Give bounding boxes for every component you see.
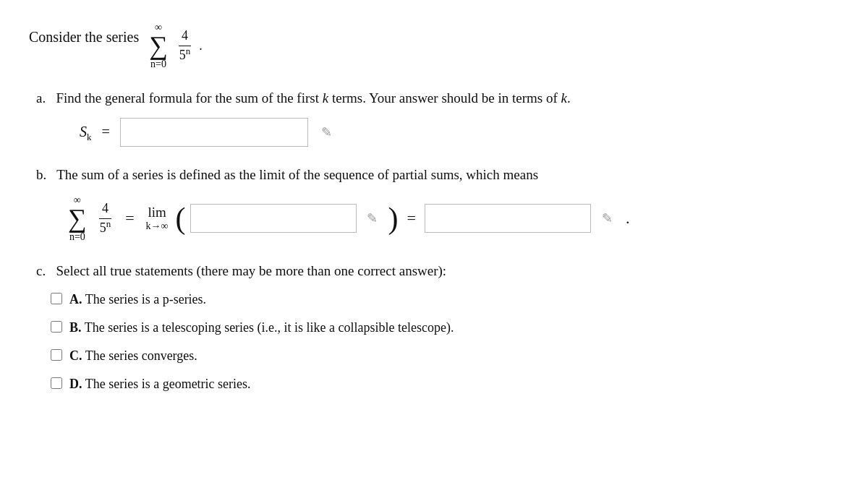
intro-text: Consider the series xyxy=(29,22,139,46)
option-a-row: A. The series is a p-series. xyxy=(51,291,839,309)
option-a-checkbox[interactable] xyxy=(51,293,62,304)
option-b-label: B. The series is a telescoping series (i… xyxy=(69,319,454,337)
part-b-input1[interactable] xyxy=(190,204,357,233)
pencil-icon-b2: ✎ xyxy=(602,210,613,226)
header-fraction: 4 5n xyxy=(176,28,194,63)
limit-equation: ∞ ∑ n=0 4 5n = lim k→∞ ( ✎ ) = ✎ . xyxy=(65,194,839,243)
equals-a: = xyxy=(102,124,110,140)
period-b: . xyxy=(626,209,630,228)
lim-text: lim xyxy=(148,205,166,220)
part-a-label: a. Find the general formula for the sum … xyxy=(36,90,839,106)
sigma-bottom-header: n=0 xyxy=(150,59,166,69)
header-denominator: 5n xyxy=(176,46,194,64)
equals-b2: = xyxy=(407,209,416,228)
part-c-section: c. Select all true statements (there may… xyxy=(29,263,839,394)
option-d-row: D. The series is a geometric series. xyxy=(51,375,839,393)
equals-b1: = xyxy=(125,209,134,228)
option-d-checkbox[interactable] xyxy=(51,377,62,389)
sigma-bottom-b: n=0 xyxy=(69,231,85,242)
option-b-row: B. The series is a telescoping series (i… xyxy=(51,319,839,337)
part-a-text: Find the general formula for the sum of … xyxy=(56,90,570,106)
sk-label: Sk xyxy=(80,124,92,140)
header-series: ∞ ∑ n=0 4 5n . xyxy=(146,22,203,70)
open-paren: ( xyxy=(176,203,186,233)
b-denominator: 5n xyxy=(97,219,114,236)
sigma-glyph-b: ∑ xyxy=(68,205,87,231)
pencil-icon-a: ✎ xyxy=(321,124,332,140)
header-numerator: 4 xyxy=(179,28,191,46)
part-b-section: b. The sum of a series is defined as the… xyxy=(29,167,839,243)
lim-block: lim k→∞ xyxy=(146,205,169,232)
option-c-row: C. The series converges. xyxy=(51,347,839,365)
option-c-label: C. The series converges. xyxy=(69,347,197,365)
option-c-checkbox[interactable] xyxy=(51,349,62,361)
part-a-answer-row: Sk = ✎ xyxy=(80,118,839,147)
part-b-input2[interactable] xyxy=(425,204,591,233)
close-paren: ) xyxy=(388,203,399,233)
part-a-section: a. Find the general formula for the sum … xyxy=(29,90,839,147)
pencil-icon-b1: ✎ xyxy=(367,210,378,226)
part-a-input[interactable] xyxy=(120,118,308,147)
part-b-text: b. The sum of a series is defined as the… xyxy=(36,167,839,183)
option-d-label: D. The series is a geometric series. xyxy=(69,375,251,393)
sigma-symbol-header: ∞ ∑ n=0 xyxy=(149,22,168,70)
option-a-label: A. The series is a p-series. xyxy=(69,291,206,309)
header-section: Consider the series ∞ ∑ n=0 4 5n . xyxy=(29,22,839,70)
sigma-symbol-b: ∞ ∑ n=0 xyxy=(68,194,87,243)
option-b-checkbox[interactable] xyxy=(51,321,62,333)
part-c-text: c. Select all true statements (there may… xyxy=(36,263,839,279)
lim-sub: k→∞ xyxy=(146,220,169,232)
b-numerator: 4 xyxy=(99,201,111,219)
sigma-glyph-header: ∑ xyxy=(149,33,168,59)
part-b-pencil1[interactable]: ✎ xyxy=(361,207,384,230)
part-b-pencil2[interactable]: ✎ xyxy=(595,207,618,230)
b-fraction: 4 5n xyxy=(97,201,114,236)
part-a-pencil-button[interactable]: ✎ xyxy=(315,121,339,144)
